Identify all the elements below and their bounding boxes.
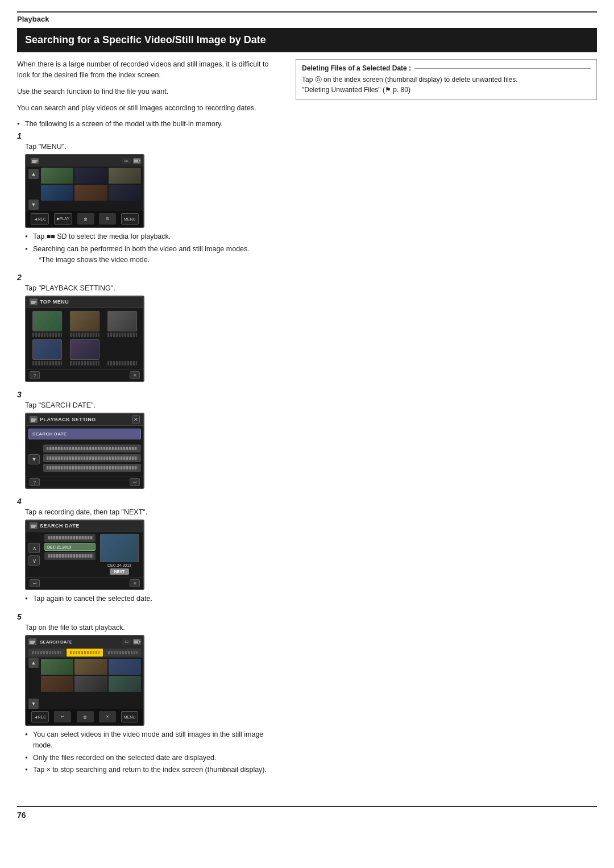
svg-rect-14 xyxy=(139,641,140,642)
page-number: 76 xyxy=(17,811,26,820)
playback-setting-screen: PLAYBACK SETTING ✕ SEARCH DATE ▼ xyxy=(25,413,144,489)
final-rec-button[interactable]: ◄REC xyxy=(31,711,49,722)
menu-item-2[interactable] xyxy=(67,311,102,337)
sd-date-item-3[interactable] xyxy=(44,552,96,560)
pb-footer: ? ↩ xyxy=(26,476,143,488)
step-2-text: Tap "PLAYBACK SETTING". xyxy=(25,284,279,292)
nav-down-arrow[interactable]: ▼ xyxy=(28,200,39,210)
sd-title: SEARCH DATE xyxy=(40,523,80,529)
screen1-nav: ▲ ▼ xyxy=(27,169,40,210)
thumb-6[interactable] xyxy=(109,185,141,201)
step-1-number: 1 xyxy=(17,131,279,140)
sd-next-button[interactable]: NEXT xyxy=(110,568,130,575)
pb-help-button[interactable]: ? xyxy=(30,478,40,486)
svg-rect-7 xyxy=(31,418,35,422)
final-sd-label: SEARCH DATE xyxy=(40,639,72,645)
final-thumb-3[interactable] xyxy=(109,659,141,675)
pb-search-date-row: SEARCH DATE xyxy=(26,426,143,442)
sd-nav-up[interactable]: ∧ xyxy=(28,543,40,553)
top-rule xyxy=(17,11,597,13)
final-thumb-5[interactable] xyxy=(74,676,107,692)
final-screen-mockup: SEARCH DATE SD xyxy=(25,635,144,726)
menu-thumb-3 xyxy=(107,311,137,331)
final-back-button[interactable]: ↩ xyxy=(54,711,71,722)
thumb-3[interactable] xyxy=(109,168,141,184)
step-3-number: 3 xyxy=(17,390,279,399)
final-close-x-button[interactable]: ✕ xyxy=(99,711,116,722)
menu-dots-5 xyxy=(70,361,99,366)
pb-item-row-2[interactable] xyxy=(43,454,141,462)
thumb-5[interactable] xyxy=(74,185,107,201)
thumb-2[interactable] xyxy=(74,168,107,184)
intro-para-1: When there is a large number of recorded… xyxy=(17,59,279,81)
final-nav-up[interactable]: ▲ xyxy=(28,658,39,668)
thumb-4[interactable] xyxy=(41,185,73,201)
screen1-topbar: SD xyxy=(26,155,143,167)
svg-marker-8 xyxy=(35,418,36,421)
final-sd-icon: SD xyxy=(122,639,131,645)
sd-date-item-selected[interactable]: DEC.21.2013 xyxy=(44,543,96,551)
final-top-bar: SEARCH DATE SD xyxy=(26,636,143,647)
menu-thumb-4 xyxy=(32,339,62,360)
menu-item-1[interactable] xyxy=(30,311,65,337)
search-date-item[interactable]: SEARCH DATE xyxy=(28,429,141,439)
delete-button[interactable]: 🗑 xyxy=(77,213,94,225)
sd-left-nav: ∧ ∨ xyxy=(26,531,42,577)
final-nav-down[interactable]: ▼ xyxy=(28,699,39,709)
sd-date-item-1[interactable] xyxy=(44,534,96,542)
menu-items-grid xyxy=(26,308,143,369)
final-tab-1[interactable] xyxy=(28,649,65,657)
step-5-text: Tap on the file to start playback. xyxy=(25,624,279,632)
sd-close-button[interactable]: ✕ xyxy=(130,579,140,587)
pb-nav-down[interactable]: ▼ xyxy=(28,454,40,464)
settings-icon: ⚙ xyxy=(106,217,109,221)
step-1-text: Tap "MENU". xyxy=(25,143,279,151)
play-button[interactable]: ▶PLAY xyxy=(54,213,72,225)
rec-label: ◄REC xyxy=(34,217,46,221)
tab-dots-3 xyxy=(108,651,138,654)
sd-content: ∧ ∨ DEC.21.2013 xyxy=(26,531,143,577)
sd-icon: SD xyxy=(122,158,131,164)
menu-item-4[interactable] xyxy=(30,339,65,366)
nav-up-arrow[interactable]: ▲ xyxy=(28,169,39,179)
sd-nav-down[interactable]: ∨ xyxy=(28,555,40,566)
pb-item-row-1[interactable] xyxy=(43,445,141,452)
deleting-files-box: Deleting Files of a Selected Date : Tap … xyxy=(296,59,597,100)
pb-header-left: PLAYBACK SETTING xyxy=(30,416,96,423)
final-tab-3[interactable] xyxy=(104,649,141,657)
final-menu-button[interactable]: MENU xyxy=(121,711,139,722)
final-thumb-6[interactable] xyxy=(109,676,141,692)
search-date-label: SEARCH DATE xyxy=(32,431,67,437)
menu-close-button[interactable]: ✕ xyxy=(130,371,140,379)
settings-button[interactable]: ⚙ xyxy=(99,213,116,225)
sd-date-dec21: DEC.21.2013 xyxy=(47,545,71,549)
sd-back-button[interactable]: ↩ xyxy=(30,579,40,587)
final-thumb-4[interactable] xyxy=(41,676,73,692)
svg-rect-0 xyxy=(32,160,36,163)
thumb-1[interactable] xyxy=(41,168,73,184)
final-tab-active[interactable] xyxy=(67,649,103,657)
menu-thumb-1 xyxy=(32,311,62,331)
menu-item-5[interactable] xyxy=(67,339,102,366)
rec-button[interactable]: ◄REC xyxy=(31,213,49,225)
menu-item-6 xyxy=(105,339,140,366)
svg-rect-9 xyxy=(31,525,35,528)
pb-title: PLAYBACK SETTING xyxy=(40,417,96,422)
final-thumb-grid xyxy=(26,658,143,693)
menu-help-button[interactable]: ? xyxy=(30,371,40,379)
menu-item-3[interactable] xyxy=(105,311,140,337)
final-battery-icon xyxy=(133,639,141,645)
final-delete-button[interactable]: 🗑 xyxy=(77,711,94,722)
final-thumb-2[interactable] xyxy=(74,659,107,675)
deleting-line2: "Deleting Unwanted Files" (⚑ p. 80) xyxy=(302,85,591,95)
svg-rect-11 xyxy=(30,641,34,644)
menu-button[interactable]: MENU xyxy=(121,213,139,225)
sd-camera-icon xyxy=(30,522,38,529)
pb-item-row-3[interactable] xyxy=(43,464,141,472)
pb-back-button[interactable]: ↩ xyxy=(130,478,140,486)
pb-close-button[interactable]: ✕ xyxy=(132,416,140,423)
sd-dots-row3 xyxy=(48,554,93,558)
final-thumb-1[interactable] xyxy=(41,659,73,675)
final-camera-icon xyxy=(28,638,36,645)
main-heading-box: Searching for a Specific Video/Still Ima… xyxy=(17,28,597,52)
